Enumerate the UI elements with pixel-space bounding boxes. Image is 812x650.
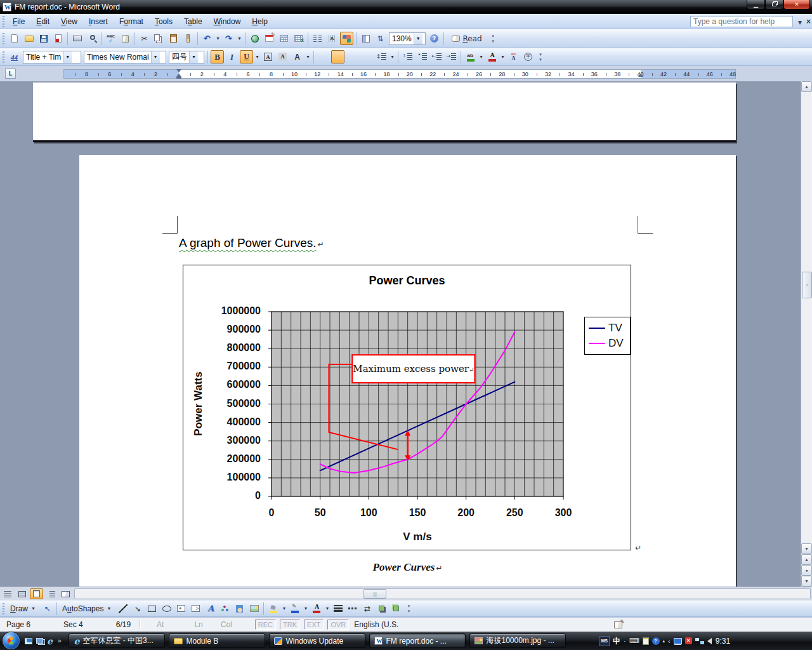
previous-page-button[interactable]: ▲ bbox=[801, 554, 812, 565]
drawing-button[interactable] bbox=[340, 32, 353, 45]
normal-view-button[interactable] bbox=[1, 588, 14, 599]
menu-table[interactable]: Table bbox=[178, 15, 208, 29]
horizontal-ruler[interactable]: 8642246810121416182022242628303234363840… bbox=[63, 69, 736, 79]
toolbar-options-button[interactable]: ▾▾ bbox=[405, 602, 412, 616]
print-layout-view-button[interactable] bbox=[30, 588, 43, 599]
shadow-style-button[interactable] bbox=[375, 602, 388, 615]
paste-button[interactable] bbox=[167, 32, 180, 45]
chevron-down-icon[interactable]: ▾ bbox=[151, 51, 160, 63]
help-notification-icon[interactable] bbox=[652, 637, 660, 645]
toolbar-options-button[interactable]: ▾▾ bbox=[489, 32, 497, 46]
chevron-down-icon[interactable]: ▾ bbox=[189, 51, 198, 63]
switch-windows-icon[interactable] bbox=[36, 638, 43, 644]
vertical-text-box-button[interactable] bbox=[189, 602, 202, 615]
underline-button[interactable]: U bbox=[240, 50, 253, 63]
rectangle-button[interactable] bbox=[145, 602, 159, 615]
taskbar-button[interactable]: 海拔10000m.jpg - ... bbox=[469, 633, 566, 648]
document-map-button[interactable] bbox=[359, 32, 372, 45]
show-hidden-icons-icon[interactable]: ▴ bbox=[663, 639, 665, 644]
line-style-button[interactable] bbox=[331, 602, 344, 615]
read-button[interactable]: Read bbox=[447, 32, 487, 45]
volume-icon[interactable] bbox=[707, 638, 712, 644]
vertical-scrollbar[interactable]: ▲ ≡ ▼ ▲ ● ▼ bbox=[801, 81, 812, 587]
horizontal-scroll-thumb[interactable]: ||| bbox=[363, 589, 386, 599]
toolbar-grip[interactable] bbox=[3, 16, 4, 27]
highlight-dropdown[interactable]: ▾ bbox=[478, 50, 485, 63]
display-settings-icon[interactable] bbox=[674, 638, 682, 644]
toolbar-grip[interactable] bbox=[3, 33, 4, 44]
new-document-button[interactable] bbox=[8, 32, 21, 45]
increase-indent-button[interactable] bbox=[445, 50, 458, 63]
align-right-button[interactable] bbox=[346, 50, 359, 63]
open-button[interactable] bbox=[22, 32, 36, 45]
ime-language-icon[interactable]: 中 bbox=[613, 636, 620, 646]
start-button[interactable] bbox=[3, 632, 20, 649]
restore-button[interactable] bbox=[765, 0, 783, 10]
scroll-down-button[interactable]: ▼ bbox=[801, 543, 812, 554]
insert-diagram-button[interactable] bbox=[218, 602, 232, 615]
chart-caption[interactable]: Power Curves↵ bbox=[79, 561, 736, 574]
font-color-dropdown[interactable]: ▾ bbox=[324, 602, 331, 615]
zoom-combo[interactable]: 130% ▾ bbox=[389, 32, 426, 45]
text-box-button[interactable] bbox=[174, 602, 188, 615]
styles-and-formatting-button[interactable]: 44 bbox=[8, 50, 21, 63]
record-macro-toggle[interactable]: REC bbox=[255, 620, 276, 630]
right-indent-marker[interactable] bbox=[638, 74, 643, 77]
clip-art-button[interactable] bbox=[233, 602, 246, 615]
cut-button[interactable]: ✂ bbox=[138, 32, 151, 45]
quick-launch-overflow-chevron[interactable]: » bbox=[58, 637, 62, 644]
font-combo[interactable]: Times New Romai ▾ bbox=[84, 51, 166, 63]
character-scale-dropdown[interactable]: ▾ bbox=[304, 50, 311, 63]
autoshapes-menu-button[interactable]: AutoShapes▾ bbox=[59, 600, 115, 616]
redo-button[interactable]: ↷ bbox=[222, 32, 235, 45]
toolbar-grip[interactable] bbox=[3, 603, 4, 614]
arrow-style-button[interactable]: ⇄ bbox=[360, 602, 374, 615]
chevron-down-icon[interactable]: ▾ bbox=[798, 18, 802, 27]
phonetic-guide-button[interactable] bbox=[507, 50, 520, 63]
highlight-button[interactable] bbox=[464, 50, 477, 63]
select-objects-button[interactable]: ↖ bbox=[41, 602, 54, 615]
font-color-button[interactable] bbox=[485, 50, 499, 63]
ime-keyboard-icon[interactable]: ⌨ bbox=[629, 637, 639, 645]
line-spacing-button[interactable] bbox=[375, 50, 388, 63]
bullets-button[interactable] bbox=[416, 50, 429, 63]
taskbar-button[interactable]: Windows Update bbox=[269, 633, 365, 648]
tab-selector[interactable]: L bbox=[5, 69, 16, 79]
line-color-button[interactable] bbox=[288, 602, 301, 615]
outline-view-button[interactable] bbox=[44, 588, 58, 599]
text-direction-button[interactable] bbox=[325, 32, 339, 45]
font-size-combo[interactable]: 四号 ▾ bbox=[169, 51, 204, 63]
redo-dropdown[interactable]: ▾ bbox=[236, 32, 243, 45]
character-border-button[interactable] bbox=[261, 50, 275, 63]
style-combo[interactable]: Title + Tim ▾ bbox=[23, 51, 81, 63]
fill-color-button[interactable] bbox=[266, 602, 280, 615]
scroll-up-button[interactable]: ▲ bbox=[801, 81, 812, 92]
save-button[interactable] bbox=[37, 32, 50, 45]
document-heading[interactable]: A graph of Power Curves.↵ bbox=[179, 236, 324, 250]
tables-and-borders-button[interactable] bbox=[263, 32, 276, 45]
tray-dot-icon[interactable]: · bbox=[624, 637, 626, 645]
menu-window[interactable]: Window bbox=[208, 15, 247, 29]
chart-plot-area[interactable]: Maximum excess power↵ bbox=[268, 311, 564, 501]
menu-view[interactable]: View bbox=[55, 15, 83, 29]
toolbar-options-button[interactable]: ▾▾ bbox=[537, 50, 544, 64]
horizontal-scrollbar[interactable]: ||| bbox=[74, 588, 811, 599]
security-alert-icon[interactable] bbox=[685, 637, 692, 644]
toolbar-grip[interactable] bbox=[3, 51, 4, 63]
ime-input-method-icon[interactable]: MS bbox=[599, 636, 610, 646]
close-icon[interactable]: × bbox=[806, 17, 811, 26]
numbering-button[interactable] bbox=[401, 50, 414, 63]
left-indent-marker[interactable] bbox=[176, 77, 181, 79]
font-color-dropdown[interactable]: ▾ bbox=[499, 50, 506, 63]
taskbar-clock[interactable]: 9:31 bbox=[716, 637, 730, 646]
menu-format[interactable]: Format bbox=[114, 15, 149, 29]
overtype-toggle[interactable]: OVR bbox=[327, 620, 349, 630]
track-changes-toggle[interactable]: TRK bbox=[280, 620, 300, 630]
center-button[interactable] bbox=[331, 50, 344, 63]
ime-toolbar-icon[interactable] bbox=[643, 637, 649, 645]
enclose-characters-button[interactable] bbox=[521, 50, 535, 63]
font-color-button[interactable] bbox=[310, 602, 323, 615]
line-spacing-dropdown[interactable]: ▾ bbox=[389, 50, 396, 63]
undo-button[interactable]: ↶ bbox=[200, 32, 214, 45]
first-line-indent-marker[interactable] bbox=[176, 69, 181, 72]
